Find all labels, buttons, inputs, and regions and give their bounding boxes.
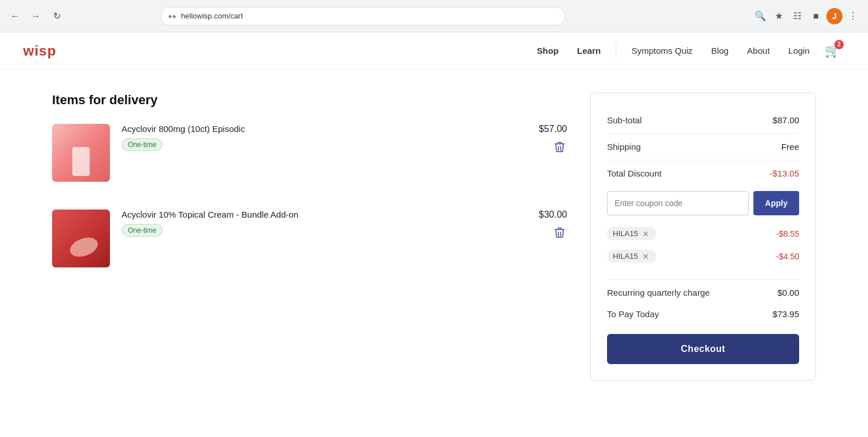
nav-about[interactable]: About (739, 41, 778, 60)
shipping-value: Free (781, 142, 799, 152)
summary-gap (607, 267, 799, 277)
coupon-tag-row-1: HILA15 ✕ -$8.55 (607, 222, 799, 245)
coupon-2-remove-button[interactable]: ✕ (641, 252, 650, 260)
search-button[interactable]: 🔍 (752, 8, 768, 24)
item-2-delete-button[interactable] (552, 225, 567, 244)
coupon-1-discount: -$8.55 (776, 229, 799, 238)
page-wrapper: wisp Shop Learn Symptoms Quiz Blog About… (0, 32, 868, 404)
browser-chrome: ← → ↻ ●● hellowisp.com/cart 🔍 ★ ☷ ■ J ⋮ (0, 0, 868, 32)
nav-cart[interactable]: 🛒 2 (820, 39, 845, 63)
nav-blog[interactable]: Blog (703, 41, 737, 60)
coupon-tag-row-2: HILA15 ✕ -$4.50 (607, 245, 799, 267)
nav-learn[interactable]: Learn (569, 41, 609, 60)
back-button[interactable]: ← (7, 8, 23, 24)
coupon-code-1: HILA15 (613, 229, 638, 238)
nav-shop[interactable]: Shop (529, 41, 567, 60)
subtotal-value: $87.00 (773, 115, 799, 125)
coupon-1-remove-button[interactable]: ✕ (641, 230, 650, 238)
url-text: hellowisp.com/cart (181, 12, 243, 20)
order-summary: Sub-total $87.00 Shipping Free Total Dis… (590, 93, 816, 381)
bookmark-button[interactable]: ★ (771, 8, 787, 24)
discount-label: Total Discount (607, 168, 661, 178)
coupon-code-2: HILA15 (613, 252, 638, 260)
nav-symptoms-quiz[interactable]: Symptoms Quiz (623, 41, 701, 60)
subtotal-row: Sub-total $87.00 (607, 109, 799, 131)
coupon-input[interactable] (607, 191, 749, 215)
summary-divider-2 (607, 160, 799, 160)
item-1-delete-button[interactable] (552, 139, 567, 158)
summary-divider-1 (607, 133, 799, 134)
cart-badge: 2 (834, 40, 844, 49)
item-1-price-actions: $57.00 (539, 124, 567, 158)
item-2-image (52, 210, 110, 267)
coupon-row: Apply (607, 184, 799, 222)
browser-right-icons: 🔍 ★ ☷ ■ J ⋮ (752, 8, 861, 24)
to-pay-value: $73.95 (773, 309, 799, 319)
menu-button[interactable]: ⋮ (845, 8, 861, 24)
item-1-badge: One-time (122, 138, 163, 151)
item-2-price-actions: $30.00 (539, 210, 567, 244)
to-pay-label: To Pay Today (607, 309, 659, 319)
main-content: Items for delivery Acyclovir 800mg (10ct… (29, 69, 839, 404)
to-pay-row: To Pay Today $73.95 (607, 303, 799, 325)
nav-divider (616, 44, 616, 58)
item-2-details: Acyclovir 10% Topical Cream - Bundle Add… (122, 210, 527, 237)
cart-item: Acyclovir 10% Topical Cream - Bundle Add… (52, 210, 567, 281)
apply-button[interactable]: Apply (753, 191, 799, 215)
item-2-price: $30.00 (539, 210, 567, 220)
nav-links: Shop Learn Symptoms Quiz Blog About Logi… (529, 39, 845, 63)
summary-divider-3 (607, 279, 799, 280)
coupon-tag-2: HILA15 ✕ (607, 249, 656, 263)
security-icon: ●● (168, 12, 176, 20)
sidebar-button[interactable]: ■ (808, 8, 824, 24)
address-bar[interactable]: ●● hellowisp.com/cart (160, 7, 565, 25)
recurring-value: $0.00 (777, 288, 799, 298)
recurring-label: Recurring quarterly charge (607, 288, 710, 298)
discount-value: -$13.05 (770, 168, 799, 178)
discount-row: Total Discount -$13.05 (607, 163, 799, 184)
items-section: Items for delivery Acyclovir 800mg (10ct… (52, 93, 567, 381)
nav-login[interactable]: Login (780, 41, 818, 60)
item-1-price: $57.00 (539, 124, 567, 134)
subtotal-label: Sub-total (607, 115, 642, 125)
item-1-details: Acyclovir 800mg (10ct) Episodic One-time (122, 124, 527, 151)
item-1-name: Acyclovir 800mg (10ct) Episodic (122, 124, 527, 134)
reload-button[interactable]: ↻ (49, 8, 65, 24)
coupon-2-discount: -$4.50 (776, 252, 799, 261)
item-2-badge: One-time (122, 224, 163, 237)
checkout-button[interactable]: Checkout (607, 334, 799, 364)
site-logo[interactable]: wisp (23, 43, 56, 59)
shipping-label: Shipping (607, 142, 641, 152)
coupon-tag-1: HILA15 ✕ (607, 227, 656, 240)
user-avatar[interactable]: J (826, 8, 843, 24)
item-2-name: Acyclovir 10% Topical Cream - Bundle Add… (122, 210, 527, 219)
cart-item: Acyclovir 800mg (10ct) Episodic One-time… (52, 124, 567, 196)
main-nav: wisp Shop Learn Symptoms Quiz Blog About… (0, 32, 868, 69)
item-1-image (52, 124, 110, 182)
tab-search-button[interactable]: ☷ (789, 8, 806, 24)
page-title: Items for delivery (52, 93, 567, 108)
shipping-row: Shipping Free (607, 136, 799, 157)
recurring-row: Recurring quarterly charge $0.00 (607, 282, 799, 303)
forward-button[interactable]: → (28, 8, 44, 24)
